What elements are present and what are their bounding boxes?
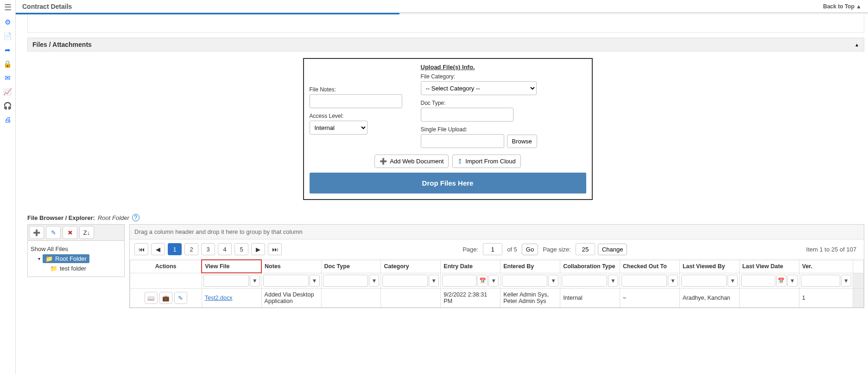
pagesize-input[interactable] <box>576 243 595 255</box>
menu-toggle-icon[interactable]: ☰ <box>4 2 12 13</box>
tree-root-folder[interactable]: ▾ 📁 Root Folder <box>31 253 121 264</box>
filter-icon[interactable]: ▼ <box>548 275 558 287</box>
col-checked-out[interactable]: Checked Out To <box>620 260 680 273</box>
pagesize-label: Page size: <box>543 246 571 253</box>
filter-icon[interactable]: ▼ <box>369 275 379 287</box>
add-web-document-button[interactable]: ➕ Add Web Document <box>374 155 449 168</box>
collapse-icon: ▲ <box>855 42 859 47</box>
items-count-label: Item 1 to 25 of 107 <box>806 246 859 253</box>
cell-doc-type <box>321 289 381 308</box>
page-next-button[interactable]: ▶ <box>251 243 265 255</box>
filter-category[interactable] <box>382 275 428 287</box>
plus-icon: ➕ <box>33 229 40 236</box>
page-number-button[interactable]: 3 <box>201 243 215 255</box>
lock-icon[interactable]: 🔒 <box>3 60 12 68</box>
tree-child-folder[interactable]: 📁 test folder <box>31 264 121 273</box>
page-title: Contract Details <box>22 3 72 10</box>
filter-ver[interactable] <box>801 275 840 287</box>
mail-icon[interactable]: ✉ <box>5 74 11 82</box>
file-link[interactable]: Test2.docx <box>205 295 233 301</box>
page-last-button[interactable]: ⏭ <box>268 243 282 255</box>
filter-doc-type[interactable] <box>323 275 368 287</box>
col-entered-by[interactable]: Entered By <box>501 260 560 273</box>
filter-last-viewed-by[interactable] <box>681 275 727 287</box>
page-input[interactable] <box>483 243 502 255</box>
page-first-button[interactable]: ⏮ <box>134 243 148 255</box>
delete-folder-button[interactable]: ✖ <box>63 226 77 239</box>
plus-icon: ➕ <box>380 158 387 165</box>
filter-icon[interactable]: ▼ <box>310 275 320 287</box>
export-icon[interactable]: 🖨 <box>4 116 11 123</box>
pencil-icon: ✎ <box>51 229 56 236</box>
file-notes-label: File Notes: <box>310 86 402 93</box>
single-file-path-input[interactable] <box>421 134 504 148</box>
cell-ver: 1 <box>799 289 853 308</box>
file-browser-path: Root Folder <box>98 214 129 221</box>
help-icon[interactable]: ? <box>132 214 139 221</box>
col-collab-type[interactable]: Collaboration Type <box>560 260 620 273</box>
page-number-button[interactable]: 1 <box>168 243 182 255</box>
filter-icon[interactable]: ▼ <box>841 275 851 287</box>
filter-icon[interactable]: ▼ <box>488 275 499 287</box>
col-entry-date[interactable]: Entry Date <box>441 260 501 273</box>
col-notes[interactable]: Notes <box>261 260 321 273</box>
row-toolbox-button[interactable]: 💼 <box>159 292 172 304</box>
filter-icon[interactable]: ▼ <box>608 275 618 287</box>
cell-checked-out: ~ <box>620 289 680 308</box>
browse-button[interactable]: Browse <box>507 135 537 148</box>
scroll-strip <box>853 260 863 273</box>
filter-notes[interactable] <box>263 275 309 287</box>
filter-collab-type[interactable] <box>562 275 607 287</box>
tree-show-all-files[interactable]: Show All Files <box>31 245 121 253</box>
progress-bar <box>16 13 868 14</box>
col-last-view-date[interactable]: Last View Date <box>739 260 799 273</box>
calendar-icon[interactable]: 📅 <box>477 275 488 287</box>
file-category-select[interactable]: -- Select Category -- <box>421 81 537 95</box>
group-by-hint[interactable]: Drag a column header and drop it here to… <box>130 225 864 239</box>
filter-checked-out[interactable] <box>621 275 667 287</box>
sort-folder-button[interactable]: Z↓ <box>79 226 94 239</box>
calendar-icon[interactable]: 📅 <box>776 275 786 287</box>
drop-files-zone[interactable]: Drop Files Here <box>310 173 586 193</box>
filter-entered-by[interactable] <box>502 275 547 287</box>
filter-icon[interactable]: ▼ <box>668 275 678 287</box>
document-icon[interactable]: 📄 <box>3 32 12 40</box>
pagesize-change-button[interactable]: Change <box>598 244 627 255</box>
access-level-select[interactable]: Internal <box>310 121 367 135</box>
files-attachments-header[interactable]: Files / Attachments ▲ <box>27 38 864 52</box>
page-number-button[interactable]: 4 <box>218 243 232 255</box>
col-ver[interactable]: Ver. <box>799 260 853 273</box>
col-doc-type[interactable]: Doc Type <box>321 260 381 273</box>
edit-folder-button[interactable]: ✎ <box>46 226 61 239</box>
filter-icon[interactable]: ▼ <box>250 275 260 287</box>
page-number-button[interactable]: 5 <box>234 243 248 255</box>
arrow-up-icon: ▲ <box>856 3 862 10</box>
cell-entry-date: 9/2/2022 2:38:31 PM <box>441 289 501 308</box>
add-folder-button[interactable]: ➕ <box>29 226 44 239</box>
doc-type-input[interactable] <box>421 108 513 122</box>
filter-entry-date[interactable] <box>442 275 476 287</box>
filter-icon[interactable]: ▼ <box>787 275 798 287</box>
filter-view-file[interactable] <box>203 275 249 287</box>
share-icon[interactable]: ➦ <box>5 46 11 54</box>
page-prev-button[interactable]: ◀ <box>151 243 165 255</box>
col-view-file[interactable]: View File <box>202 260 261 273</box>
row-edit-button[interactable]: ✎ <box>174 292 187 304</box>
col-actions[interactable]: Actions <box>130 260 202 273</box>
file-notes-input[interactable] <box>310 94 402 108</box>
import-from-cloud-button[interactable]: ↥ Import From Cloud <box>452 155 520 168</box>
filter-icon[interactable]: ▼ <box>728 275 738 287</box>
col-last-viewed-by[interactable]: Last Viewed By <box>679 260 739 273</box>
col-category[interactable]: Category <box>381 260 441 273</box>
back-to-top-link[interactable]: Back to Top ▲ <box>823 3 862 10</box>
gear-icon[interactable]: ⚙ <box>5 18 11 26</box>
blank-panel <box>27 14 864 33</box>
chart-icon[interactable]: 📈 <box>3 88 12 96</box>
page-number-button[interactable]: 2 <box>184 243 198 255</box>
upload-icon: ↥ <box>457 158 463 165</box>
support-icon[interactable]: 🎧 <box>3 102 12 110</box>
filter-icon[interactable]: ▼ <box>429 275 439 287</box>
page-go-button[interactable]: Go <box>522 244 538 255</box>
row-view-button[interactable]: 📖 <box>145 292 158 304</box>
filter-last-view-date[interactable] <box>741 275 775 287</box>
